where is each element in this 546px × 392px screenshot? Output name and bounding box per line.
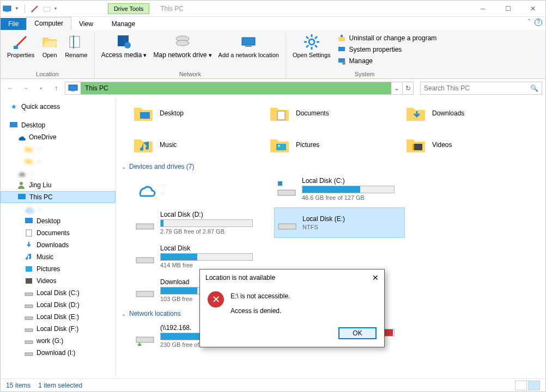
map-drive-button[interactable]: Map network drive ▾ bbox=[150, 32, 215, 70]
search-input[interactable] bbox=[424, 84, 530, 92]
svg-rect-29 bbox=[25, 317, 33, 320]
up-button[interactable]: ↑ bbox=[50, 82, 63, 95]
drive-e[interactable]: Local Disk (E:)NTFS bbox=[274, 207, 405, 238]
tree-desktop[interactable]: Desktop bbox=[1, 119, 116, 131]
folders-grid: Desktop Documents Downloads Music Pictur… bbox=[122, 100, 540, 158]
ok-button[interactable]: OK bbox=[338, 327, 377, 339]
star-icon: ★ bbox=[9, 102, 18, 111]
folder-pictures[interactable]: Pictures bbox=[269, 131, 389, 158]
close-button[interactable]: ✕ bbox=[520, 1, 545, 17]
chevron-down-icon: ⌄ bbox=[122, 311, 126, 317]
tree-item[interactable]: Pictures bbox=[1, 263, 116, 275]
svg-rect-43 bbox=[136, 258, 154, 263]
search-icon[interactable]: 🔍 bbox=[530, 84, 538, 92]
tree-drive[interactable]: Download (I:) bbox=[1, 347, 116, 359]
search-box[interactable]: 🔍 bbox=[420, 82, 542, 95]
properties-icon[interactable] bbox=[31, 4, 39, 13]
recent-dropdown[interactable]: ▾ bbox=[34, 82, 47, 95]
folder-videos[interactable]: Videos bbox=[405, 131, 525, 158]
svg-rect-3 bbox=[14, 46, 18, 49]
tree-onedrive[interactable]: OneDrive bbox=[1, 131, 116, 143]
back-button[interactable]: ← bbox=[4, 82, 17, 95]
folder-desktop[interactable]: Desktop bbox=[132, 100, 252, 127]
tab-view[interactable]: View bbox=[71, 18, 101, 30]
collapse-ribbon-icon[interactable]: ˆ bbox=[528, 19, 530, 26]
access-media-button[interactable]: Access media ▾ bbox=[98, 32, 150, 70]
svg-point-17 bbox=[342, 62, 345, 65]
section-drives[interactable]: ⌄Devices and drives (7) bbox=[122, 158, 540, 174]
dialog-close-button[interactable]: ✕ bbox=[372, 273, 379, 282]
address-bar[interactable]: This PC ⌄ ↻ bbox=[65, 82, 414, 95]
dialog-titlebar[interactable]: Location is not available ✕ bbox=[200, 270, 384, 286]
refresh-button[interactable]: ↻ bbox=[402, 82, 413, 94]
tree-item[interactable]: Desktop bbox=[1, 215, 116, 227]
ribbon-group-location: Properties Open Rename Location bbox=[1, 32, 95, 78]
tree-drive[interactable]: Local Disk (C:) bbox=[1, 287, 116, 299]
folder-music[interactable]: Music bbox=[132, 131, 252, 158]
details-view-button[interactable] bbox=[515, 381, 527, 390]
separator bbox=[25, 4, 25, 13]
help-icon[interactable]: ? bbox=[535, 19, 542, 26]
svg-rect-26 bbox=[26, 278, 32, 284]
drive-icon bbox=[25, 301, 33, 309]
drive-cloud[interactable]: ······ bbox=[132, 174, 263, 204]
user-icon bbox=[17, 181, 26, 189]
downloads-icon bbox=[25, 241, 33, 249]
sys-props-item[interactable]: System properties bbox=[336, 45, 438, 54]
qat-customize-icon[interactable]: ▾ bbox=[54, 6, 57, 11]
tree-item[interactable]: ··· bbox=[1, 167, 116, 179]
open-settings-button[interactable]: Open Settings bbox=[289, 32, 334, 70]
svg-rect-40 bbox=[278, 181, 282, 186]
tree-item[interactable]: Downloads bbox=[1, 239, 116, 251]
tree-item[interactable]: ··· bbox=[1, 155, 116, 167]
svg-rect-34 bbox=[277, 111, 285, 120]
tab-manage[interactable]: Manage bbox=[104, 18, 143, 30]
breadcrumb-this-pc[interactable]: This PC bbox=[81, 82, 391, 94]
svg-rect-39 bbox=[278, 190, 295, 195]
address-dropdown-icon[interactable]: ⌄ bbox=[391, 84, 402, 92]
properties-button[interactable]: Properties bbox=[4, 32, 38, 70]
tree-user[interactable]: Jing Liu bbox=[1, 179, 116, 191]
tree-drive[interactable]: Local Disk (E:) bbox=[1, 311, 116, 323]
tab-file[interactable]: File bbox=[1, 18, 26, 30]
svg-rect-44 bbox=[136, 291, 154, 297]
rename-button[interactable]: Rename bbox=[62, 32, 91, 70]
minimize-button[interactable]: ─ bbox=[470, 1, 495, 17]
add-location-button[interactable]: Add a network location bbox=[215, 32, 282, 70]
tree-drive[interactable]: work (G:) bbox=[1, 335, 116, 347]
svg-rect-42 bbox=[278, 224, 296, 229]
tree-drive[interactable]: Local Disk (F:) bbox=[1, 323, 116, 335]
drive-tools-tab[interactable]: Drive Tools bbox=[108, 3, 149, 14]
drive-f[interactable]: Local Disk414 MB free bbox=[132, 241, 263, 272]
tree-item[interactable]: Videos bbox=[1, 275, 116, 287]
new-folder-icon[interactable] bbox=[43, 4, 51, 13]
tree-drive[interactable]: Local Disk (D:) bbox=[1, 299, 116, 311]
error-dialog: Location is not available ✕ ✕ E:\ is not… bbox=[199, 269, 385, 347]
uninstall-item[interactable]: Uninstall or change a program bbox=[336, 33, 438, 43]
open-button[interactable]: Open bbox=[38, 32, 62, 70]
drive-icon bbox=[25, 336, 33, 345]
status-selected: 1 item selected bbox=[38, 382, 82, 389]
svg-rect-28 bbox=[25, 305, 33, 308]
drive-d[interactable]: Local Disk (D:)2.79 GB free of 2.87 GB bbox=[132, 207, 263, 238]
tree-item[interactable]: ··· bbox=[1, 143, 116, 155]
qat-dropdown-icon[interactable]: ▼ bbox=[15, 6, 19, 11]
icons-view-button[interactable] bbox=[528, 381, 540, 390]
status-item-count: 15 items bbox=[6, 382, 31, 389]
pictures-icon bbox=[25, 265, 33, 273]
maximize-button[interactable]: ☐ bbox=[495, 1, 520, 17]
tree-item[interactable]: Music bbox=[1, 251, 116, 263]
manage-item[interactable]: Manage bbox=[336, 56, 438, 66]
svg-point-7 bbox=[124, 42, 131, 48]
svg-rect-4 bbox=[70, 36, 80, 47]
drive-c[interactable]: Local Disk (C:)46.6 GB free of 127 GB bbox=[274, 174, 405, 204]
tree-quick-access[interactable]: ★Quick access bbox=[1, 101, 116, 113]
folder-documents[interactable]: Documents bbox=[269, 100, 389, 127]
tree-item[interactable]: Documents bbox=[1, 227, 116, 239]
tree-item[interactable]: ··· bbox=[1, 203, 116, 215]
svg-rect-33 bbox=[140, 112, 150, 119]
nav-tree[interactable]: ★Quick access Desktop OneDrive ··· ··· ·… bbox=[1, 97, 116, 377]
folder-downloads[interactable]: Downloads bbox=[405, 100, 525, 127]
tree-this-pc[interactable]: This PC bbox=[1, 191, 116, 203]
tab-computer[interactable]: Computer bbox=[26, 17, 71, 30]
